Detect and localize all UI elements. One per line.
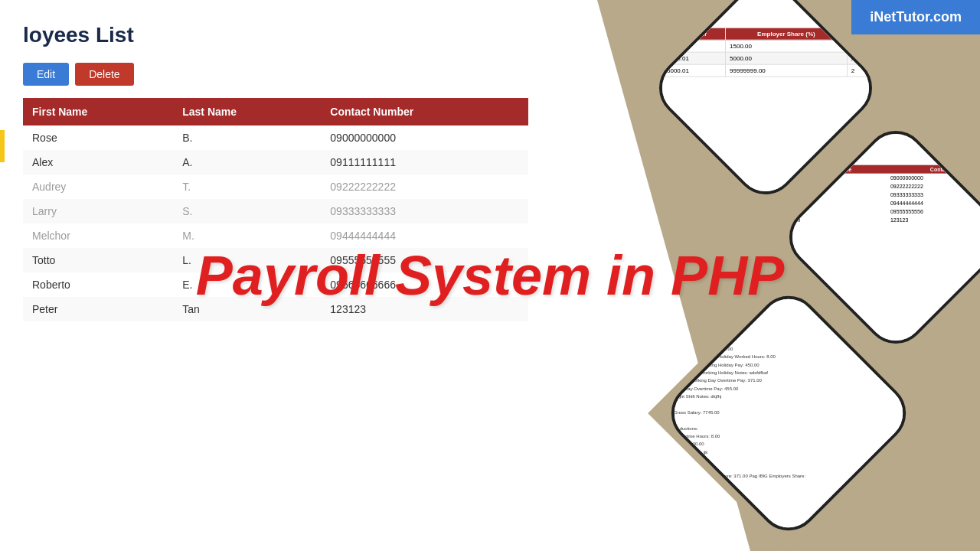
cell-first: Melchor — [23, 223, 173, 248]
cell-share: 2 — [847, 64, 868, 77]
cell-over: 1500.01 — [663, 52, 726, 64]
payslip-line: Others: 100.00 — [674, 441, 903, 447]
cell — [789, 182, 887, 191]
cell-over: 00 — [663, 40, 726, 52]
phone-top-row: 001500.001 — [663, 40, 869, 52]
payslip-line: Others Notes: fpk — [674, 457, 903, 463]
cell: 09000000000 — [887, 174, 980, 182]
payslip-line: Special Non-Working Holiday Notes: adsfd… — [674, 370, 903, 376]
phone-right-row: 09333333333 — [789, 191, 980, 199]
cell-last: S. — [173, 199, 321, 223]
col-first-name: First Name — [23, 98, 173, 126]
payslip-line: Night Shift Notes: dkjfhj — [674, 393, 903, 399]
cell: 123123 — [887, 216, 980, 224]
cell-first: Audrey — [23, 174, 173, 199]
cell: 09333333333 — [887, 191, 980, 199]
cell-not-over: 5000.00 — [726, 52, 848, 64]
payslip-line: PhilHealth Employers Share: 371.00 Pag I… — [674, 473, 903, 479]
payslip-line: Deductions: — [674, 425, 903, 431]
cell — [789, 207, 887, 216]
table-row: LarryS.09333333333 — [23, 199, 528, 223]
phone-top-table: Not Over Employer Share (%) 001500.00115… — [662, 28, 869, 77]
cell-first: Larry — [23, 199, 173, 223]
payslip-line: Others Notes: ijk — [674, 449, 903, 455]
cell — [789, 199, 887, 207]
brand-badge: iNetTutor.com — [851, 0, 980, 34]
phone-top-row: 1500.015000.002 — [663, 52, 869, 64]
payslip-line: Undertime Hours: 8.00 — [674, 433, 903, 439]
col-last-name: Last Name — [173, 98, 321, 126]
payslip-line: Rest Day Overtime Pay: 455.00 — [674, 385, 903, 391]
cell: 09555555556 — [887, 207, 980, 216]
cell-first: Peter — [23, 297, 173, 321]
cell: 09444444444 — [887, 199, 980, 207]
page-title: loyees List — [23, 23, 528, 47]
table-row: AlexA.09111111111 — [23, 150, 528, 174]
col-r-contact: Contact No. — [887, 165, 980, 174]
cell-first: Roberto — [23, 272, 173, 297]
cell — [789, 191, 887, 199]
delete-button[interactable]: Delete — [75, 63, 133, 86]
payslip-line — [674, 337, 903, 344]
payslip-line: Special Non-Working Holiday Worked Hours… — [674, 354, 903, 360]
table-header-row: First Name Last Name Contact Number — [23, 98, 528, 126]
overlay-text: Payroll System in PHP — [196, 244, 784, 307]
phone-right-row: Tan123123 — [789, 216, 980, 224]
cell-not-over: 1500.00 — [726, 40, 848, 52]
table-row: AudreyT.09222222222 — [23, 174, 528, 199]
cell-first: Totto — [23, 248, 173, 272]
payslip-line — [674, 417, 903, 423]
cell: 09222222222 — [887, 182, 980, 191]
phone-top-row: 5000.0199999999.002 — [663, 64, 869, 77]
accent-bar — [0, 130, 5, 162]
payslip-line: PhilHealth Employers Share: 371.00 — [674, 497, 903, 503]
button-group: Edit Delete — [23, 63, 528, 86]
payslip-line: Date To: 2022-01-31 — [674, 330, 903, 336]
cell-share: 2 — [847, 52, 868, 64]
payslip-line — [674, 401, 903, 407]
cell — [789, 174, 887, 182]
cell-last: T. — [173, 174, 321, 199]
col-not-over: Not Over — [663, 28, 726, 40]
cell-over: 5000.01 — [663, 64, 726, 77]
payslip-line: Regular Working Hours: 8.00 — [674, 345, 903, 351]
cell-first: Rose — [23, 126, 173, 150]
payslip-line — [674, 488, 903, 494]
brand-label: iNetTutor.com — [870, 9, 962, 24]
payslip-line: Normal Working Day Overtime Pay: 371.00 — [674, 377, 903, 383]
phone-right-table: Last Name Contact No. 090000000000922222… — [789, 165, 980, 224]
table-row: RoseB.09000000000 — [23, 126, 528, 150]
cell-share: 1 — [847, 40, 868, 52]
cell-last: B. — [173, 126, 321, 150]
phone-right-row: 09000000000 — [789, 174, 980, 182]
col-employer-share: Employer Share (%) — [726, 28, 848, 40]
payslip-line — [674, 465, 903, 471]
phone-right-row: 09222222222 — [789, 182, 980, 191]
cell-first: Alex — [23, 150, 173, 174]
payslip-line: Special Non-Working Holiday Pay: 450.00 — [674, 361, 903, 367]
phone-right-row: 09444444444 — [789, 199, 980, 207]
phone-right-row: 09555555556 — [789, 207, 980, 216]
edit-button[interactable]: Edit — [23, 63, 69, 86]
payslip-line: Gross Salary: 7745.00 — [674, 409, 903, 416]
cell-not-over: 99999999.00 — [726, 64, 848, 77]
cell-last: A. — [173, 150, 321, 174]
payslip-line: Net Salary: 1190.00 — [674, 481, 903, 487]
cell: Tan — [789, 216, 887, 224]
